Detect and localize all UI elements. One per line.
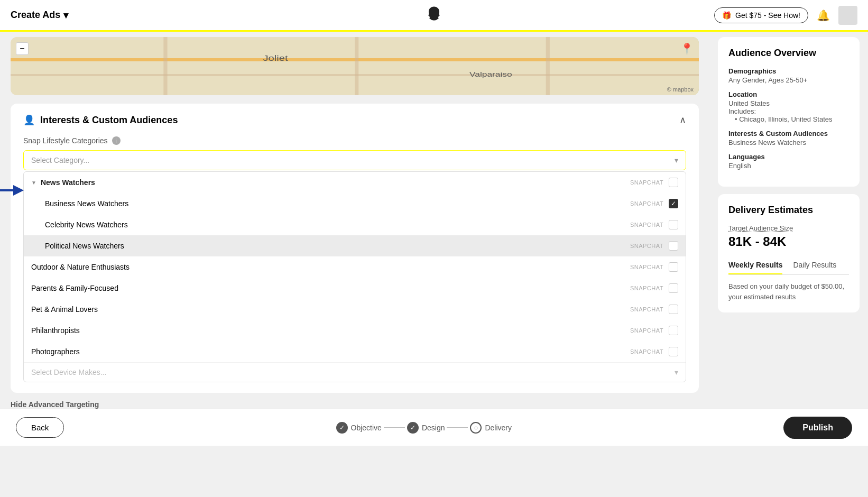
location-value: United States <box>728 99 849 107</box>
philanthropists-platform: SNAPCHAT <box>630 327 663 334</box>
item-right: SNAPCHAT <box>630 326 678 335</box>
parents-label: Parents & Family-Focused <box>31 284 118 292</box>
location-section: Location United States Includes: • Chica… <box>728 90 849 123</box>
item-parents[interactable]: Parents & Family-Focused SNAPCHAT <box>24 278 686 299</box>
item-right: SNAPCHAT <box>630 262 678 272</box>
item-photographers[interactable]: Photographers SNAPCHAT <box>24 341 686 362</box>
avatar[interactable] <box>838 6 857 25</box>
step-delivery: ○ Delivery <box>470 422 512 434</box>
item-outdoor[interactable]: Outdoor & Nature Enthusiasts SNAPCHAT <box>24 256 686 278</box>
main-layout: Joliet Valparaiso − 📍 © mapbox 👤 <box>0 32 868 409</box>
step-design-check: ✓ <box>407 422 419 434</box>
item-political-news[interactable]: Political News Watchers SNAPCHAT <box>24 235 686 256</box>
delivery-description: Based on your daily budget of $50.00, yo… <box>728 281 849 302</box>
map-pin-icon: 📍 <box>680 42 694 55</box>
tab-weekly-results[interactable]: Weekly Results <box>728 256 782 274</box>
content-area: Joliet Valparaiso − 📍 © mapbox 👤 <box>0 32 709 409</box>
interests-card: 👤 Interests & Custom Audiences ∧ Snap Li… <box>11 104 699 393</box>
item-left: Pet & Animal Lovers <box>31 305 98 314</box>
map-image: Joliet Valparaiso − 📍 © mapbox <box>11 37 699 95</box>
audience-size-value: 81K - 84K <box>728 234 849 249</box>
promo-label: Get $75 - See How! <box>735 11 800 20</box>
snapchat-logo <box>424 5 444 26</box>
item-left: Parents & Family-Focused <box>31 284 118 292</box>
notification-icon[interactable]: 🔔 <box>817 9 830 22</box>
audience-overview-title: Audience Overview <box>728 48 849 59</box>
outdoor-checkbox[interactable] <box>669 262 678 272</box>
business-news-label: Business News Watchers <box>45 199 128 208</box>
item-right: SNAPCHAT <box>630 305 678 314</box>
device-placeholder: Select Device Makes... <box>31 368 106 376</box>
device-arrow-icon: ▾ <box>675 368 678 376</box>
philanthropists-label: Philanthropists <box>31 326 80 335</box>
group-news-watchers[interactable]: ▼ News Watchers SNAPCHAT <box>24 172 686 193</box>
group-name: News Watchers <box>41 178 95 187</box>
languages-label: Languages <box>728 153 849 161</box>
publish-button[interactable]: Publish <box>783 417 852 439</box>
delivery-estimates-card: Delivery Estimates Target Audience Size … <box>718 194 860 312</box>
app-header: Create Ads ▾ 🎁 Get $75 - See How! 🔔 <box>0 0 868 32</box>
item-philanthropists[interactable]: Philanthropists SNAPCHAT <box>24 320 686 341</box>
pets-platform: SNAPCHAT <box>630 306 663 312</box>
triangle-down-icon: ▼ <box>31 180 36 186</box>
category-select[interactable]: Select Category... ▾ <box>23 150 686 170</box>
collapse-button[interactable]: ∧ <box>679 114 686 126</box>
item-left: Celebrity News Watchers <box>45 220 128 229</box>
photographers-checkbox[interactable] <box>669 347 678 356</box>
parents-checkbox[interactable] <box>669 283 678 293</box>
group-right: SNAPCHAT <box>630 178 678 187</box>
languages-section: Languages English <box>728 153 849 170</box>
promo-button[interactable]: 🎁 Get $75 - See How! <box>714 7 808 23</box>
sidebar: Audience Overview Demographics Any Gende… <box>709 32 868 409</box>
info-icon[interactable]: i <box>112 136 121 145</box>
gift-icon: 🎁 <box>722 11 731 20</box>
tab-daily-results[interactable]: Daily Results <box>793 256 836 274</box>
celebrity-news-checkbox[interactable] <box>669 220 678 229</box>
svg-text:Valparaiso: Valparaiso <box>469 71 512 78</box>
person-icon: 👤 <box>23 114 35 126</box>
group-platform: SNAPCHAT <box>630 179 663 186</box>
item-pets[interactable]: Pet & Animal Lovers SNAPCHAT <box>24 299 686 320</box>
item-right: SNAPCHAT <box>630 220 678 229</box>
philanthropists-checkbox[interactable] <box>669 326 678 335</box>
step-design: ✓ Design <box>407 422 445 434</box>
step-delivery-label: Delivery <box>485 424 512 432</box>
back-button[interactable]: Back <box>16 417 64 438</box>
pets-checkbox[interactable] <box>669 305 678 314</box>
section-header: 👤 Interests & Custom Audiences ∧ <box>23 114 686 126</box>
interests-overview-section: Interests & Custom Audiences Business Ne… <box>728 130 849 146</box>
chevron-down-icon: ▾ <box>63 10 68 21</box>
category-dropdown-list: ▼ News Watchers SNAPCHAT Business News W… <box>23 171 686 382</box>
photographers-label: Photographers <box>31 347 80 356</box>
step-objective: ✓ Objective <box>336 422 382 434</box>
create-ads-button[interactable]: Create Ads ▾ <box>11 10 68 21</box>
item-left: Philanthropists <box>31 326 80 335</box>
step-objective-check: ✓ <box>336 422 348 434</box>
svg-rect-5 <box>546 37 550 95</box>
political-news-checkbox[interactable] <box>669 241 678 251</box>
svg-rect-4 <box>355 37 358 95</box>
audience-overview-card: Audience Overview Demographics Any Gende… <box>718 37 860 187</box>
step-objective-label: Objective <box>351 424 382 432</box>
languages-value: English <box>728 162 849 170</box>
business-news-checkbox[interactable] <box>669 199 678 208</box>
group-checkbox[interactable] <box>669 178 678 187</box>
location-label: Location <box>728 90 849 98</box>
item-right: SNAPCHAT <box>630 199 678 208</box>
section-title: 👤 Interests & Custom Audiences <box>23 114 178 126</box>
device-select[interactable]: Select Device Makes... ▾ <box>24 362 686 382</box>
delivery-title: Delivery Estimates <box>728 205 849 216</box>
hide-advanced-targeting[interactable]: Hide Advanced Targeting <box>11 400 699 409</box>
select-placeholder: Select Category... <box>31 156 89 164</box>
progress-stepper: ✓ Objective ✓ Design ○ Delivery <box>336 422 512 434</box>
map-zoom-out-button[interactable]: − <box>16 42 29 55</box>
political-news-label: Political News Watchers <box>45 242 124 250</box>
item-celebrity-news[interactable]: Celebrity News Watchers SNAPCHAT <box>24 214 686 235</box>
category-label-row: Snap Lifestyle Categories i <box>23 136 686 145</box>
photographers-platform: SNAPCHAT <box>630 348 663 355</box>
item-business-news[interactable]: Business News Watchers SNAPCHAT <box>24 193 686 214</box>
step-line-1 <box>384 427 405 428</box>
demographics-section: Demographics Any Gender, Ages 25-50+ <box>728 67 849 84</box>
header-right: 🎁 Get $75 - See How! 🔔 <box>714 6 857 25</box>
celebrity-news-platform: SNAPCHAT <box>630 222 663 228</box>
